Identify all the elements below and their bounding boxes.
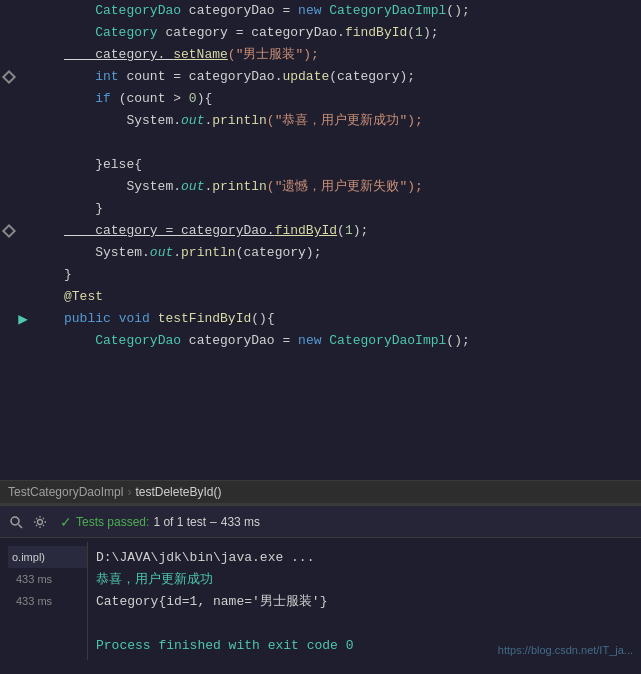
run-sidebar: o.impl) 433 ms 433 ms — [8, 542, 88, 660]
app-container: ▶ CategoryDao categoryDao = new Category… — [0, 0, 641, 674]
code-line-4: int count = categoryDao.update(category)… — [60, 66, 641, 88]
gutter-line-11 — [0, 220, 60, 242]
check-icon: ✓ — [60, 514, 72, 530]
breadcrumb-file[interactable]: TestCategoryDaoImpl — [8, 485, 123, 499]
gutter-line-12 — [0, 242, 60, 264]
code-line-16: CategoryDao categoryDao = new CategoryDa… — [60, 330, 641, 352]
tests-passed-label: Tests passed: — [76, 515, 149, 529]
gutter-line-5 — [0, 88, 60, 110]
gutter-line-14 — [0, 286, 60, 308]
code-line-2: Category category = categoryDao.findById… — [60, 22, 641, 44]
gutter-line-1 — [0, 0, 60, 22]
tests-status: ✓ Tests passed: 1 of 1 test – 433 ms — [60, 514, 260, 530]
breadcrumb-separator: › — [127, 485, 131, 499]
gutter-line-15: ▶ — [0, 308, 60, 330]
code-line-11: category = categoryDao.findById(1); — [60, 220, 641, 242]
code-line-7 — [60, 132, 641, 154]
breadcrumb-method[interactable]: testDeleteById() — [135, 485, 221, 499]
code-line-3: category. setName("男士服装"); — [60, 44, 641, 66]
svg-point-2 — [38, 519, 43, 524]
settings-icon[interactable] — [32, 514, 48, 530]
code-line-5: if (count > 0){ — [60, 88, 641, 110]
output-line-2: 恭喜，用户更新成功 — [96, 568, 625, 590]
gutter-line-16 — [0, 330, 60, 352]
run-header-icons — [8, 514, 48, 530]
code-line-12: System.out.println(category); — [60, 242, 641, 264]
code-line-15: public void testFindById(){ — [60, 308, 641, 330]
output-line-3: Category{id=1, name='男士服装'} — [96, 590, 625, 612]
svg-point-0 — [11, 517, 19, 525]
code-line-14: @Test — [60, 286, 641, 308]
code-line-6: System.out.println("恭喜，用户更新成功"); — [60, 110, 641, 132]
gutter-line-7 — [0, 132, 60, 154]
gutter-line-13 — [0, 264, 60, 286]
diamond-icon-2 — [2, 224, 16, 238]
arrow-icon: ▶ — [16, 312, 30, 326]
gutter-line-9 — [0, 176, 60, 198]
gutter-line-4 — [0, 66, 60, 88]
code-content: CategoryDao categoryDao = new CategoryDa… — [60, 0, 641, 480]
diamond-icon-1 — [2, 70, 16, 84]
code-line-10: } — [60, 198, 641, 220]
code-line-13: } — [60, 264, 641, 286]
code-line-8: }else{ — [60, 154, 641, 176]
breadcrumb-bar: TestCategoryDaoImpl › testDeleteById() — [0, 480, 641, 504]
gutter-line-6 — [0, 110, 60, 132]
code-line-1: CategoryDao categoryDao = new CategoryDa… — [60, 0, 641, 22]
run-panel-header: ✓ Tests passed: 1 of 1 test – 433 ms — [0, 506, 641, 538]
run-output: D:\JAVA\jdk\bin\java.exe ... 恭喜，用户更新成功 C… — [88, 542, 633, 660]
gutter-line-2 — [0, 22, 60, 44]
run-content: o.impl) 433 ms 433 ms D:\JAVA\jdk\bin\ja… — [0, 538, 641, 664]
gutter-line-8 — [0, 154, 60, 176]
gutter-line-10 — [0, 198, 60, 220]
tests-count: 1 of 1 test — [153, 515, 206, 529]
run-panel: ✓ Tests passed: 1 of 1 test – 433 ms o.i… — [0, 504, 641, 674]
watermark: https://blog.csdn.net/IT_ja... — [498, 644, 633, 656]
run-sidebar-item-1[interactable]: o.impl) — [8, 546, 87, 568]
search-icon[interactable] — [8, 514, 24, 530]
run-sidebar-item-2-time: 433 ms — [8, 590, 87, 612]
editor-area: ▶ CategoryDao categoryDao = new Category… — [0, 0, 641, 480]
gutter-line-3 — [0, 44, 60, 66]
run-sidebar-item-1-time: 433 ms — [8, 568, 87, 590]
svg-line-1 — [19, 524, 23, 528]
output-line-1: D:\JAVA\jdk\bin\java.exe ... — [96, 546, 625, 568]
tests-duration: 433 ms — [221, 515, 260, 529]
tests-separator: – — [210, 515, 217, 529]
code-line-9: System.out.println("遗憾，用户更新失败"); — [60, 176, 641, 198]
gutter: ▶ — [0, 0, 60, 480]
output-line-4 — [96, 612, 625, 634]
